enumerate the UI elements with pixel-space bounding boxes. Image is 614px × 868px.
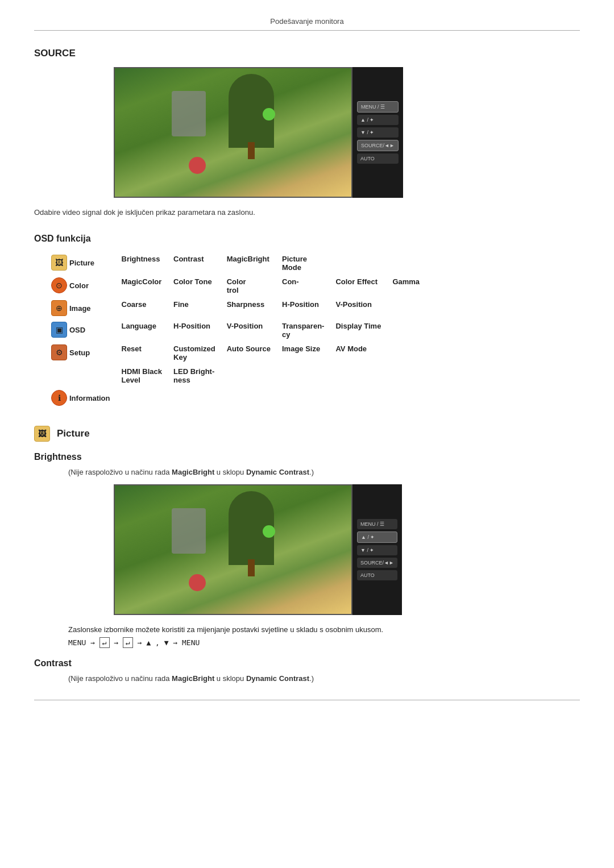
osd-icon-cell: ▣ OSD bbox=[45, 319, 116, 342]
table-row: ⊙ Color MagicColor Color Tone Colortrol … bbox=[45, 275, 425, 297]
source-image: MENU / ☰ ▲ / ✦ ▼ / ✦ SOURCE/◄► AUTO bbox=[114, 67, 580, 198]
osd-col: Language bbox=[116, 319, 168, 342]
info-icon: ℹ bbox=[51, 390, 67, 406]
osd-col: H-Position bbox=[276, 297, 330, 319]
magiccolor-label: MagicColor bbox=[122, 277, 162, 286]
osd-col: Color Effect bbox=[330, 275, 387, 297]
avmode-label: AV Mode bbox=[335, 344, 367, 353]
osd-col: Auto Source bbox=[221, 342, 276, 364]
hposition2-label: H-Position bbox=[173, 322, 210, 330]
source-title: SOURCE bbox=[34, 48, 580, 59]
language-label: Language bbox=[122, 322, 156, 330]
table-row: ▣ OSD Language H-Position V-Position Tra… bbox=[45, 319, 425, 342]
osd-col: H-Position bbox=[168, 319, 221, 342]
osd-col: Sharpness bbox=[221, 297, 276, 319]
led-label: LED Bright-ness bbox=[173, 367, 214, 384]
osd-col: HDMI BlackLevel bbox=[116, 364, 168, 387]
bottom-divider bbox=[34, 700, 580, 700]
brightness-label: Brightness bbox=[122, 255, 160, 263]
brightness-title: Brightness bbox=[34, 452, 580, 462]
magicbright-bold: MagicBright bbox=[172, 468, 214, 476]
osd-col: Brightness bbox=[116, 252, 168, 275]
vposition2-label: V-Position bbox=[227, 322, 263, 330]
up-button: ▲ / ✦ bbox=[357, 115, 399, 125]
green-circle bbox=[263, 108, 275, 121]
vposition-label: V-Position bbox=[335, 300, 372, 309]
magicbright-bold-2: MagicBright bbox=[172, 674, 214, 683]
setup-icon: ⚙ bbox=[51, 344, 67, 360]
osd-col: MagicColor bbox=[116, 275, 168, 297]
gamma-label: Gamma bbox=[392, 277, 420, 286]
osd-col: Contrast bbox=[168, 252, 221, 275]
osd-col: Coarse bbox=[116, 297, 168, 319]
auto-button-2: AUTO bbox=[357, 570, 397, 580]
tree-trunk bbox=[248, 142, 255, 159]
osd-icon-cell: ⚙ Setup bbox=[45, 342, 116, 364]
osd-icon-cell bbox=[45, 364, 116, 387]
table-row: 🖼 Picture Brightness Contrast MagicBrigh… bbox=[45, 252, 425, 275]
dynamic-contrast-bold-2: Dynamic Contrast bbox=[246, 674, 309, 683]
osd-row-label: ⚙ Setup bbox=[51, 344, 110, 360]
source-button-2: SOURCE/◄► bbox=[357, 558, 397, 568]
picture-section: 🖼 Picture Brightness (Nije raspoloživo u… bbox=[34, 426, 580, 683]
osd-label-osd: OSD bbox=[69, 326, 85, 334]
osd-col: CustomizedKey bbox=[168, 342, 221, 364]
osd-title: OSD funkcija bbox=[34, 234, 580, 244]
osd-row-label: 🖼 Picture bbox=[51, 255, 110, 271]
customkey-label: CustomizedKey bbox=[173, 344, 215, 362]
color-icon: ⊙ bbox=[51, 277, 67, 293]
brightness-description: Zaslonske izbornike možete koristiti za … bbox=[68, 625, 580, 634]
source-section: SOURCE MENU / ☰ ▲ / ✦ ▼ / ✦ SOURCE/◄► AU… bbox=[34, 48, 580, 217]
osd-col: Con- bbox=[276, 275, 330, 297]
osd-col: V-Position bbox=[330, 297, 387, 319]
osd-col: MagicBright bbox=[221, 252, 276, 275]
hposition-label: H-Position bbox=[282, 300, 319, 309]
osd-col: Transparen-cy bbox=[276, 319, 330, 342]
down-button: ▼ / ✦ bbox=[357, 127, 399, 138]
brightness-section: Brightness (Nije raspoloživo u načinu ra… bbox=[34, 452, 580, 647]
picture-mode-label: PictureMode bbox=[282, 255, 307, 272]
reset-label: Reset bbox=[122, 344, 142, 353]
hdmi-label: HDMI BlackLevel bbox=[122, 367, 163, 384]
osd-row-label: ℹ Information bbox=[51, 390, 110, 406]
green-circle-2 bbox=[263, 525, 275, 538]
picture-title: Picture bbox=[57, 428, 90, 439]
down-button-2: ▼ / ✦ bbox=[357, 545, 397, 555]
osd-label-information: Information bbox=[69, 394, 110, 402]
colortone-label: Color Tone bbox=[173, 277, 212, 286]
monitor-screen bbox=[114, 67, 352, 198]
table-row: ⊕ Image Coarse Fine Sharpness H-Position… bbox=[45, 297, 425, 319]
osd-col: Image Size bbox=[276, 342, 330, 364]
header-title: Podešavanje monitora bbox=[270, 17, 343, 26]
menu-button-2: MENU / ☰ bbox=[357, 519, 397, 529]
osd-col: AV Mode bbox=[330, 342, 387, 364]
page-header: Podešavanje monitora bbox=[34, 17, 580, 31]
osd-label-color: Color bbox=[69, 281, 89, 290]
tree-trunk-2 bbox=[248, 559, 255, 576]
up-button-2: ▲ / ✦ bbox=[357, 531, 397, 543]
osd-col: Colortrol bbox=[221, 275, 276, 297]
contrast-title: Contrast bbox=[34, 658, 580, 668]
table-row: ⚙ Setup Reset CustomizedKey Auto Source … bbox=[45, 342, 425, 364]
monitor-screen-2 bbox=[114, 484, 352, 615]
osd-row-label: ⊙ Color bbox=[51, 277, 110, 293]
osd-row-label: ▣ OSD bbox=[51, 322, 110, 338]
osd-label-setup: Setup bbox=[69, 348, 90, 357]
osd-icon-cell: ⊙ Color bbox=[45, 275, 116, 297]
osd-icon-cell: ℹ Information bbox=[45, 387, 116, 409]
osd-col: Display Time bbox=[330, 319, 387, 342]
brightness-note: (Nije raspoloživo u načinu rada MagicBri… bbox=[68, 468, 580, 476]
dynamic-contrast-bold: Dynamic Contrast bbox=[246, 468, 309, 476]
colortrol-label: Colortrol bbox=[227, 277, 246, 294]
osd-col: Reset bbox=[116, 342, 168, 364]
osd-row-label: ⊕ Image bbox=[51, 300, 110, 316]
picture-section-icon: 🖼 bbox=[34, 426, 50, 442]
osd-icon-cell: ⊕ Image bbox=[45, 297, 116, 319]
brightness-menu-path: MENU → ↵ → ↵ → ▲ , ▼ → MENU bbox=[68, 638, 580, 647]
picture-section-title: 🖼 Picture bbox=[34, 426, 580, 442]
osd-col: Color Tone bbox=[168, 275, 221, 297]
osd-col: Fine bbox=[168, 297, 221, 319]
contrast-section: Contrast (Nije raspoloživo u načinu rada… bbox=[34, 658, 580, 683]
auto-button: AUTO bbox=[357, 153, 399, 164]
source-description: Odabire video signal dok je isključen pr… bbox=[34, 208, 580, 217]
